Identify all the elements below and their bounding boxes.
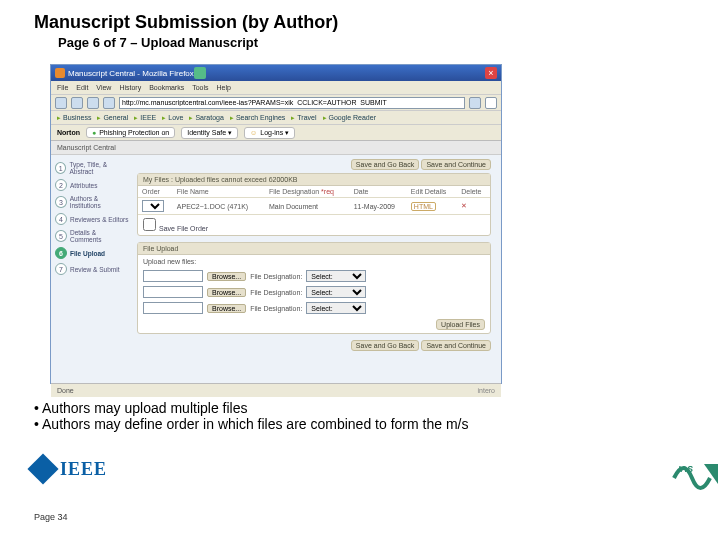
step-4[interactable]: 4Reviewers & Editors (55, 213, 129, 225)
main-panel: Save and Go Back Save and Continue My Fi… (133, 155, 501, 383)
col-designation: File Designation *req (265, 186, 350, 198)
bookmark-general[interactable]: General (97, 114, 128, 122)
screenshot-window: Manuscript Central - Mozilla Firefox × F… (50, 64, 502, 384)
delete-button[interactable]: ✕ (457, 198, 490, 215)
tab-bar: Manuscript Central (51, 141, 501, 155)
tab-manuscript[interactable]: Manuscript Central (57, 144, 116, 151)
norton-toolbar: Norton ●Phishing Protection on Identity … (51, 125, 501, 141)
bookmark-reader[interactable]: Google Reader (323, 114, 376, 122)
norton-label: Norton (57, 129, 80, 136)
step-sidebar: 1Type, Title, & Abstract 2Attributes 3Au… (51, 155, 133, 383)
home-button[interactable] (103, 97, 115, 109)
norton-identity[interactable]: Identity Safe ▾ (181, 127, 238, 139)
bullet-1: Authors may upload multiple files (34, 400, 468, 416)
file-upload-header: File Upload (138, 243, 490, 255)
file-upload-panel: File Upload Upload new files: Browse... … (137, 242, 491, 334)
save-back-button[interactable]: Save and Go Back (351, 159, 419, 170)
edit-link[interactable]: HTML (407, 198, 457, 215)
menu-tools[interactable]: Tools (192, 84, 208, 91)
bookmark-search[interactable]: Search Engines (230, 114, 285, 122)
col-date: Date (350, 186, 407, 198)
file-name: APEC2~1.DOC (471K) (173, 198, 265, 215)
menu-file[interactable]: File (57, 84, 68, 91)
forward-button[interactable] (71, 97, 83, 109)
bullets: Authors may upload multiple files Author… (34, 400, 468, 432)
statusbar: Done intero (51, 383, 501, 397)
menu-edit[interactable]: Edit (76, 84, 88, 91)
step-6[interactable]: 6File Upload (55, 247, 129, 259)
col-filename: File Name (173, 186, 265, 198)
upload-files-button[interactable]: Upload Files (436, 319, 485, 330)
file-date: 11-May-2009 (350, 198, 407, 215)
window-title: Manuscript Central - Mozilla Firefox (68, 69, 194, 78)
browse-button-1[interactable]: Browse... (207, 272, 246, 281)
titlebar: Manuscript Central - Mozilla Firefox × (51, 65, 501, 81)
file-desig: Main Document (265, 198, 350, 215)
status-text: Done (57, 387, 74, 394)
upload-sub: Upload new files: (138, 255, 490, 268)
desig-select-1[interactable]: Select: (306, 270, 366, 282)
save-back-button-bottom[interactable]: Save and Go Back (351, 340, 419, 351)
content-area: 1Type, Title, & Abstract 2Attributes 3Au… (51, 155, 501, 383)
ias-wave-icon: IAS (672, 450, 720, 492)
menu-bookmarks[interactable]: Bookmarks (149, 84, 184, 91)
order-select[interactable]: 1 (142, 200, 164, 212)
save-order-row: Save File Order (138, 215, 490, 235)
slide-subtitle: Page 6 of 7 – Upload Manuscript (58, 35, 720, 50)
upload-row-1: Browse... File Designation: Select: (138, 268, 490, 284)
save-continue-button[interactable]: Save and Continue (421, 159, 491, 170)
step-2[interactable]: 2Attributes (55, 179, 129, 191)
step-7[interactable]: 7Review & Submit (55, 263, 129, 275)
bookmark-ieee[interactable]: IEEE (134, 114, 156, 122)
bullet-2: Authors may define order in which files … (34, 416, 468, 432)
ieee-logo: IEEE (32, 458, 124, 480)
menubar: File Edit View History Bookmarks Tools H… (51, 81, 501, 95)
save-order-checkbox[interactable] (143, 218, 156, 231)
search-input[interactable] (485, 97, 497, 109)
reload-button[interactable] (87, 97, 99, 109)
upload-row-3: Browse... File Designation: Select: (138, 300, 490, 316)
col-order: Order (138, 186, 173, 198)
file-input-2[interactable] (143, 286, 203, 298)
desig-select-3[interactable]: Select: (306, 302, 366, 314)
bookmarks-bar: Business General IEEE Love Saratoga Sear… (51, 111, 501, 125)
step-3[interactable]: 3Authors & Institutions (55, 195, 129, 209)
app-icon (55, 68, 65, 78)
back-button[interactable] (55, 97, 67, 109)
my-files-panel: My Files : Uploaded files cannot exceed … (137, 173, 491, 236)
url-input[interactable] (119, 97, 465, 109)
table-row: 1 APEC2~1.DOC (471K) Main Document 11-Ma… (138, 198, 490, 215)
file-input-3[interactable] (143, 302, 203, 314)
step-5[interactable]: 5Details & Comments (55, 229, 129, 243)
bookmark-business[interactable]: Business (57, 114, 91, 122)
close-button[interactable]: × (485, 67, 497, 79)
my-files-header: My Files : Uploaded files cannot exceed … (138, 174, 490, 186)
menu-view[interactable]: View (96, 84, 111, 91)
browse-button-2[interactable]: Browse... (207, 288, 246, 297)
upload-row-2: Browse... File Designation: Select: (138, 284, 490, 300)
save-continue-button-bottom[interactable]: Save and Continue (421, 340, 491, 351)
nav-toolbar (51, 95, 501, 111)
page-number: Page 34 (34, 512, 68, 522)
minimize-button[interactable] (194, 67, 206, 79)
go-button[interactable] (469, 97, 481, 109)
file-input-1[interactable] (143, 270, 203, 282)
col-edit: Edit Details (407, 186, 457, 198)
menu-history[interactable]: History (119, 84, 141, 91)
bookmark-travel[interactable]: Travel (291, 114, 316, 122)
browse-button-3[interactable]: Browse... (207, 304, 246, 313)
norton-logins[interactable]: ☺Log-ins ▾ (244, 127, 295, 139)
brand-text: intero (477, 387, 495, 394)
step-1[interactable]: 1Type, Title, & Abstract (55, 161, 129, 175)
slide-title: Manuscript Submission (by Author) (34, 12, 720, 33)
bookmark-love[interactable]: Love (162, 114, 183, 122)
col-delete: Delete (457, 186, 490, 198)
ias-logo: IAS (672, 450, 720, 492)
bookmark-saratoga[interactable]: Saratoga (189, 114, 223, 122)
files-table: Order File Name File Designation *req Da… (138, 186, 490, 215)
ieee-diamond-icon (27, 453, 58, 484)
desig-select-2[interactable]: Select: (306, 286, 366, 298)
svg-text:IAS: IAS (678, 464, 693, 474)
menu-help[interactable]: Help (217, 84, 231, 91)
norton-phishing[interactable]: ●Phishing Protection on (86, 127, 175, 138)
